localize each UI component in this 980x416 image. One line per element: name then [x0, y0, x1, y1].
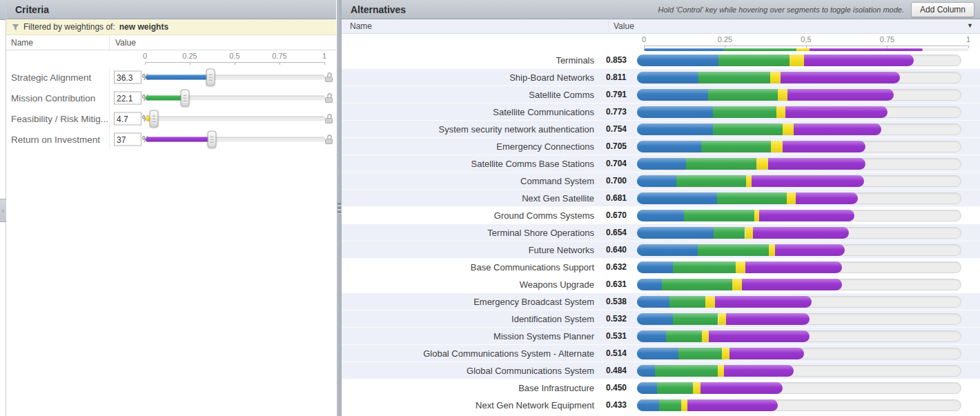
green-segment[interactable]: [662, 279, 732, 290]
purple-segment[interactable]: [775, 244, 845, 256]
green-segment[interactable]: [669, 296, 705, 308]
criteria-weight-input[interactable]: [114, 112, 141, 126]
purple-segment[interactable]: [804, 55, 914, 66]
criteria-value-column-header[interactable]: Value: [109, 35, 336, 50]
green-segment[interactable]: [673, 261, 736, 273]
alternative-row[interactable]: Terminal Shore Operations0.654: [342, 224, 980, 241]
blue-segment[interactable]: [637, 72, 698, 83]
purple-segment[interactable]: [687, 399, 777, 411]
green-segment[interactable]: [673, 313, 718, 325]
alternative-score-bar[interactable]: [637, 106, 961, 118]
criteria-weight-slider[interactable]: [146, 88, 325, 108]
yellow-segment[interactable]: [705, 296, 715, 308]
add-column-button[interactable]: Add Column: [911, 2, 974, 17]
alternative-score-bar[interactable]: [637, 313, 961, 325]
yellow-segment[interactable]: [754, 210, 759, 221]
alternative-score-bar[interactable]: [637, 192, 961, 204]
alternative-score-bar[interactable]: [637, 72, 961, 83]
yellow-segment[interactable]: [796, 48, 810, 51]
yellow-segment[interactable]: [776, 106, 786, 118]
purple-segment[interactable]: [781, 72, 900, 83]
green-segment[interactable]: [678, 348, 722, 359]
lock-icon[interactable]: [325, 135, 333, 144]
purple-segment[interactable]: [724, 365, 794, 377]
yellow-segment[interactable]: [787, 192, 796, 204]
alternative-row[interactable]: Satellite Comms0.791: [342, 86, 980, 103]
yellow-segment[interactable]: [790, 55, 804, 66]
purple-segment[interactable]: [787, 89, 894, 101]
purple-segment[interactable]: [752, 175, 864, 187]
purple-segment[interactable]: [745, 261, 842, 273]
yellow-segment[interactable]: [745, 227, 753, 239]
alternative-score-bar[interactable]: [637, 175, 961, 187]
alternative-row[interactable]: Next Gen Satellite0.681: [342, 190, 980, 207]
criteria-weight-slider[interactable]: [146, 67, 325, 88]
yellow-segment[interactable]: [746, 175, 752, 187]
slider-handle[interactable]: [206, 69, 215, 86]
purple-segment[interactable]: [729, 348, 803, 359]
alternative-row[interactable]: Satellite Communications0.773: [342, 103, 980, 121]
slider-handle[interactable]: [208, 131, 217, 148]
alternative-score-bar[interactable]: [637, 296, 961, 308]
alternative-row[interactable]: Emergency Broadcast System0.538: [342, 293, 980, 310]
green-segment[interactable]: [708, 89, 778, 101]
alternative-score-bar[interactable]: [637, 55, 961, 66]
blue-segment[interactable]: [637, 382, 657, 394]
yellow-segment[interactable]: [702, 330, 709, 342]
green-segment[interactable]: [666, 330, 701, 342]
purple-segment[interactable]: [794, 123, 882, 135]
green-segment[interactable]: [684, 210, 754, 221]
lock-icon[interactable]: [325, 72, 333, 82]
yellow-segment[interactable]: [770, 72, 781, 83]
alternative-score-bar[interactable]: [637, 261, 961, 273]
alternative-score-bar[interactable]: [637, 123, 961, 135]
criteria-name-column-header[interactable]: Name: [6, 38, 109, 48]
yellow-segment[interactable]: [783, 123, 794, 135]
green-segment[interactable]: [698, 72, 770, 83]
alternative-row[interactable]: Identification System0.532: [342, 310, 980, 328]
yellow-segment[interactable]: [722, 348, 729, 359]
green-segment[interactable]: [701, 141, 772, 152]
yellow-segment[interactable]: [756, 158, 768, 170]
green-segment[interactable]: [713, 106, 776, 118]
alternative-row[interactable]: Next Gen Network Equipment0.433: [342, 397, 980, 414]
purple-segment[interactable]: [759, 210, 854, 221]
alternative-row[interactable]: Global Communications System - Alternate…: [342, 345, 980, 362]
alternative-score-bar[interactable]: [637, 279, 961, 290]
green-segment[interactable]: [714, 227, 745, 239]
blue-segment[interactable]: [637, 192, 717, 204]
alternative-row[interactable]: Base Communications Support0.632: [342, 259, 980, 276]
criteria-weight-input[interactable]: [114, 92, 141, 105]
purple-segment[interactable]: [709, 330, 810, 342]
purple-segment[interactable]: [768, 158, 865, 170]
green-segment[interactable]: [718, 55, 790, 66]
alternative-score-bar[interactable]: [637, 399, 961, 411]
green-segment[interactable]: [717, 192, 787, 204]
yellow-segment[interactable]: [778, 89, 787, 101]
purple-segment[interactable]: [753, 227, 850, 239]
blue-segment[interactable]: [637, 261, 673, 273]
alternative-row[interactable]: Terminals0.853: [342, 52, 980, 69]
purple-segment[interactable]: [700, 382, 783, 394]
blue-segment[interactable]: [637, 279, 662, 290]
alternative-row[interactable]: Ship-Board Networks0.811: [342, 69, 980, 86]
green-segment[interactable]: [686, 158, 756, 170]
blue-segment[interactable]: [644, 48, 723, 51]
yellow-segment[interactable]: [718, 365, 725, 377]
blue-segment[interactable]: [637, 227, 714, 239]
yellow-segment[interactable]: [769, 244, 775, 256]
alternative-score-bar[interactable]: [637, 348, 961, 359]
alternative-score-bar[interactable]: [637, 158, 961, 170]
blue-segment[interactable]: [637, 141, 701, 152]
alternative-score-bar[interactable]: [637, 89, 961, 101]
blue-segment[interactable]: [637, 399, 659, 411]
slider-handle[interactable]: [150, 110, 159, 128]
yellow-segment[interactable]: [681, 399, 687, 411]
alternative-row[interactable]: Mission Systems Planner0.531: [342, 328, 980, 345]
green-segment[interactable]: [676, 175, 747, 187]
blue-segment[interactable]: [637, 348, 678, 359]
alternative-row[interactable]: Satellite Comms Base Stations0.704: [342, 155, 980, 172]
alternative-row[interactable]: Future Networks0.640: [342, 241, 980, 259]
purple-segment[interactable]: [796, 192, 858, 204]
green-segment[interactable]: [655, 365, 718, 377]
